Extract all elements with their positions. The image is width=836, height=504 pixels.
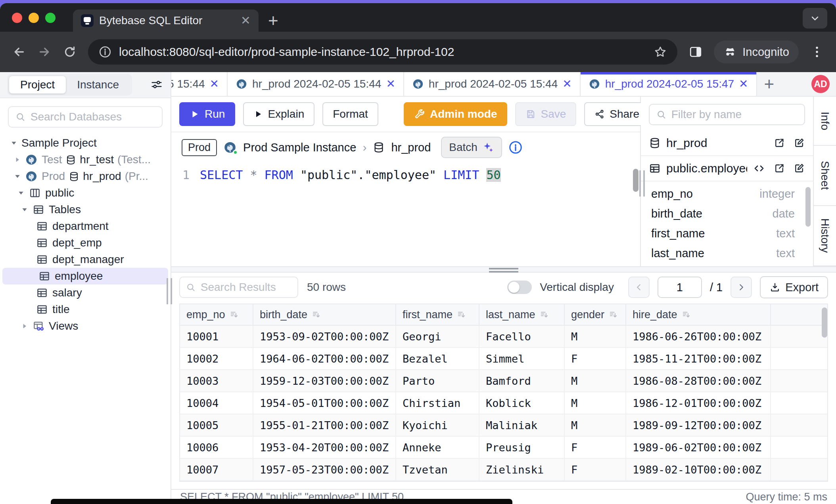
- caret-down-icon[interactable]: [10, 139, 17, 147]
- info-icon[interactable]: [508, 140, 523, 155]
- cell-emp_no[interactable]: 10006: [180, 437, 253, 458]
- tree-item-salary[interactable]: salary: [0, 284, 171, 301]
- cell-emp_no[interactable]: 10001: [180, 326, 253, 347]
- cell-last_name[interactable]: Facello: [479, 326, 565, 347]
- tree-item-dept_manager[interactable]: dept_manager: [0, 251, 171, 268]
- database-search[interactable]: [8, 106, 163, 128]
- batch-button[interactable]: Batch: [441, 137, 502, 158]
- save-button[interactable]: Save: [515, 102, 576, 126]
- browser-new-tab-button[interactable]: +: [268, 10, 278, 31]
- tree-item-employee[interactable]: employee: [2, 268, 168, 284]
- tab-instance[interactable]: Instance: [66, 76, 130, 94]
- caret-down-icon[interactable]: [13, 173, 22, 180]
- caret-right-icon[interactable]: [14, 156, 21, 163]
- tree-item-test-hr_test-test[interactable]: Testhr_test(Test...: [0, 151, 171, 168]
- side-panel-icon[interactable]: [688, 45, 703, 59]
- reload-icon[interactable]: [63, 45, 77, 59]
- results-scrollbar-thumb[interactable]: [822, 307, 827, 338]
- explain-button[interactable]: Explain: [243, 102, 314, 126]
- next-page-button[interactable]: [731, 277, 752, 298]
- format-button[interactable]: Format: [322, 102, 378, 126]
- close-tab-icon[interactable]: ✕: [386, 78, 395, 90]
- vertical-display-toggle[interactable]: [507, 281, 532, 294]
- caret-down-icon[interactable]: [14, 173, 21, 180]
- cell-birth_date[interactable]: 1954-05-01T00:00:00Z: [253, 392, 396, 414]
- bookmark-star-icon[interactable]: [654, 45, 667, 59]
- column-row-first_name[interactable]: first_nametext: [641, 223, 813, 243]
- side-tab-history[interactable]: History: [814, 206, 836, 266]
- browser-menu-icon[interactable]: [810, 45, 824, 59]
- new-query-tab-button[interactable]: +: [757, 75, 782, 93]
- column-row-last_name[interactable]: last_nametext: [641, 243, 813, 263]
- cell-last_name[interactable]: Bamford: [479, 370, 565, 391]
- tree-item-public[interactable]: public: [0, 185, 171, 201]
- cell-emp_no[interactable]: 10005: [180, 414, 253, 436]
- cell-hire_date[interactable]: 1986-06-26T00:00:00Z: [626, 326, 771, 347]
- edit-icon[interactable]: [793, 162, 805, 174]
- cell-emp_no[interactable]: 10007: [180, 459, 253, 480]
- cell-first_name[interactable]: Georgi: [396, 326, 479, 347]
- side-tab-sheet[interactable]: Sheet: [814, 146, 836, 206]
- result-row-10003[interactable]: 100031959-12-03T00:00:00ZPartoBamfordM19…: [180, 370, 827, 392]
- result-row-10004[interactable]: 100041954-05-01T00:00:00ZChirstianKoblic…: [180, 392, 827, 414]
- header-cell-first_name[interactable]: first_name: [396, 304, 479, 325]
- header-cell-last_name[interactable]: last_name: [479, 304, 565, 325]
- close-window-button[interactable]: [12, 13, 22, 23]
- panel-database-row[interactable]: hr_prod: [641, 131, 813, 156]
- result-row-10001[interactable]: 100011953-09-02T00:00:00ZGeorgiFacelloM1…: [180, 326, 827, 348]
- cell-gender[interactable]: M: [565, 370, 626, 391]
- sort-icon[interactable]: [456, 309, 467, 320]
- sort-icon[interactable]: [608, 309, 619, 320]
- caret-down-icon[interactable]: [20, 206, 29, 213]
- cell-first_name[interactable]: Parto: [396, 370, 479, 391]
- cell-emp_no[interactable]: 10004: [180, 392, 253, 414]
- cell-birth_date[interactable]: 1955-01-21T00:00:00Z: [253, 414, 396, 436]
- tree-item-title[interactable]: title: [0, 301, 171, 318]
- admin-mode-button[interactable]: Admin mode: [404, 102, 508, 126]
- cell-birth_date[interactable]: 1964-06-02T00:00:00Z: [253, 348, 396, 369]
- header-cell-emp_no[interactable]: emp_no: [180, 304, 253, 325]
- cell-first_name[interactable]: Chirstian: [396, 392, 479, 414]
- results-search[interactable]: [179, 277, 298, 298]
- tree-item-dept_emp[interactable]: dept_emp: [0, 235, 171, 251]
- cell-hire_date[interactable]: 1989-09-12T00:00:00Z: [626, 414, 771, 436]
- sort-icon[interactable]: [539, 309, 550, 320]
- schema-filter[interactable]: [649, 104, 805, 125]
- panel-resize-handle[interactable]: [639, 170, 645, 197]
- caret-right-icon[interactable]: [13, 156, 22, 163]
- close-tab-icon[interactable]: ✕: [739, 78, 748, 90]
- browser-tab[interactable]: Bytebase SQL Editor ✕: [73, 10, 259, 32]
- panel-table-row[interactable]: public.employee: [641, 156, 813, 181]
- cell-first_name[interactable]: Tzvetan: [396, 459, 479, 480]
- side-tab-info[interactable]: Info: [814, 97, 836, 146]
- external-link-icon[interactable]: [773, 137, 785, 149]
- caret-right-icon[interactable]: [21, 323, 28, 330]
- cell-gender[interactable]: F: [565, 437, 626, 458]
- tree-item-department[interactable]: department: [0, 218, 171, 235]
- result-row-10002[interactable]: 100021964-06-02T00:00:00ZBezalelSimmelF1…: [180, 348, 827, 370]
- caret-down-icon[interactable]: [21, 206, 28, 213]
- cell-emp_no[interactable]: 10002: [180, 348, 253, 369]
- database-search-input[interactable]: [31, 111, 155, 123]
- schema-filter-input[interactable]: [671, 108, 798, 121]
- close-tab-icon[interactable]: ✕: [210, 78, 219, 90]
- export-button[interactable]: Export: [760, 276, 828, 298]
- tree-item-sample-project[interactable]: Sample Project: [0, 135, 171, 151]
- address-bar[interactable]: localhost:8080/sql-editor/prod-sample-in…: [88, 39, 677, 65]
- external-link-icon[interactable]: [773, 162, 785, 174]
- result-row-10005[interactable]: 100051955-01-21T00:00:00ZKyoichiMaliniak…: [180, 414, 827, 437]
- user-avatar[interactable]: AD: [811, 75, 830, 93]
- run-button[interactable]: Run: [179, 102, 235, 126]
- header-cell-birth_date[interactable]: birth_date: [253, 304, 396, 325]
- cell-last_name[interactable]: Preusig: [479, 437, 565, 458]
- column-row-emp_no[interactable]: emp_nointeger: [641, 184, 813, 204]
- tab-project[interactable]: Project: [9, 76, 66, 94]
- tree-item-views[interactable]: Views: [0, 318, 171, 334]
- cell-gender[interactable]: F: [565, 459, 626, 480]
- cell-last_name[interactable]: Koblick: [479, 392, 565, 414]
- results-search-input[interactable]: [201, 281, 292, 294]
- minimize-window-button[interactable]: [29, 13, 39, 23]
- tree-settings-icon[interactable]: [150, 78, 163, 92]
- close-tab-icon[interactable]: ✕: [562, 78, 571, 90]
- cell-hire_date[interactable]: 1985-11-21T00:00:00Z: [626, 348, 771, 369]
